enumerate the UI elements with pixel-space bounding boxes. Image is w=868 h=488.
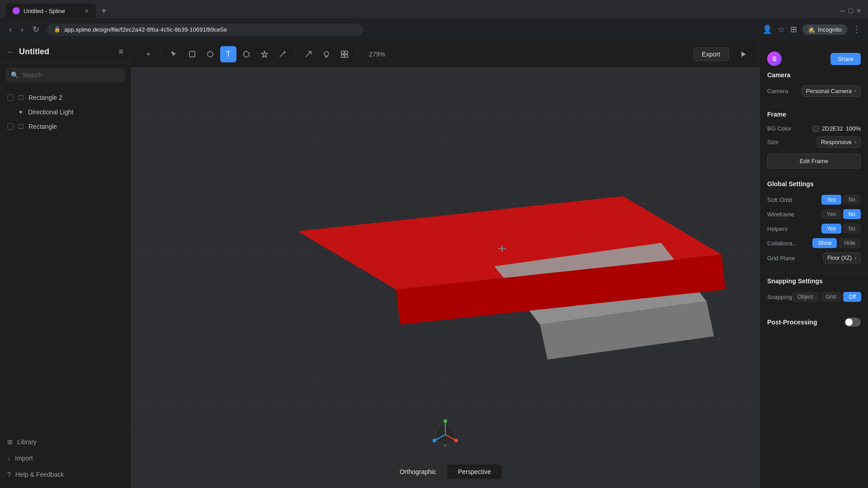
bg-color-hex: 2D2E32 bbox=[822, 125, 843, 132]
search-bar[interactable]: 🔍 bbox=[5, 68, 125, 82]
reload-button[interactable]: ↻ bbox=[31, 23, 41, 36]
perspective-view-button[interactable]: Perspective bbox=[447, 465, 502, 479]
play-button[interactable] bbox=[736, 47, 750, 61]
menu-icon[interactable]: ≡ bbox=[118, 47, 123, 56]
scene-item-rectangle[interactable]: ☐ Rectangle bbox=[0, 119, 131, 134]
svg-point-20 bbox=[443, 419, 447, 423]
wireframe-row: Wireframe Yes No bbox=[767, 207, 861, 221]
import-button[interactable]: ↓ Import bbox=[0, 450, 131, 466]
orthographic-view-button[interactable]: Orthographic bbox=[389, 465, 447, 479]
svg-point-2 bbox=[208, 52, 213, 57]
camera-dropdown[interactable]: Personal Camera ▾ bbox=[802, 85, 861, 97]
circle-tool-button[interactable] bbox=[202, 46, 218, 62]
bubble-tool-button[interactable] bbox=[318, 46, 335, 62]
search-icon: 🔍 bbox=[11, 71, 19, 79]
svg-line-5 bbox=[306, 52, 311, 57]
toolbar-divider-1 bbox=[161, 49, 161, 60]
wireframe-yes-button[interactable]: Yes bbox=[821, 209, 841, 219]
soft-orbit-yes-button[interactable]: Yes bbox=[821, 195, 841, 205]
wireframe-no-button[interactable]: No bbox=[843, 209, 861, 219]
item-checkbox-rectangle[interactable] bbox=[7, 123, 14, 130]
edit-frame-button[interactable]: Edit Frame bbox=[767, 154, 861, 169]
item-label-rectangle: Rectangle bbox=[28, 123, 57, 130]
incognito-button[interactable]: 🕵 Incognito bbox=[802, 24, 847, 35]
browser-nav: ‹ › ↻ 🔒 app.spline.design/file/f2ec2a42-… bbox=[0, 18, 868, 41]
zoom-level[interactable]: 279% bbox=[366, 51, 388, 58]
svg-marker-0 bbox=[171, 51, 176, 56]
search-input[interactable] bbox=[22, 71, 120, 79]
component-tool-button[interactable] bbox=[336, 46, 353, 62]
camera-section-header: Camera bbox=[767, 71, 861, 83]
right-panel: S Share Camera Camera Personal Camera ▾ … bbox=[760, 41, 868, 488]
library-icon: ⊞ bbox=[7, 438, 13, 446]
toolbar-divider-2 bbox=[295, 49, 296, 60]
maximize-button[interactable]: □ bbox=[849, 7, 853, 15]
svg-rect-7 bbox=[341, 51, 344, 54]
sidebar: ← Untitled ≡ 🔍 ☐ Rectangle 2 ✦ Direction… bbox=[0, 41, 131, 488]
export-button[interactable]: Export bbox=[693, 47, 729, 61]
more-options-icon[interactable]: ⋮ bbox=[853, 24, 861, 35]
helpers-toggle: Yes No bbox=[821, 224, 861, 234]
rect-tool-button[interactable] bbox=[184, 46, 200, 62]
close-window-button[interactable]: × bbox=[857, 7, 861, 15]
help-icon: ? bbox=[7, 471, 11, 478]
helpers-yes-button[interactable]: Yes bbox=[821, 224, 841, 234]
snapping-row: Snapping Object Grid Off bbox=[767, 290, 861, 304]
grid-plane-value: Floor (XZ) bbox=[827, 255, 852, 261]
text-tool-button[interactable]: T bbox=[220, 46, 236, 62]
back-arrow-icon[interactable]: ← bbox=[7, 48, 14, 56]
new-tab-button[interactable]: + bbox=[96, 6, 112, 16]
snapping-section: Snapping Settings Snapping Object Grid O… bbox=[760, 277, 868, 312]
camera-label: Camera bbox=[767, 88, 788, 94]
transform-tool-button[interactable] bbox=[166, 46, 182, 62]
profile-icon[interactable]: 👤 bbox=[762, 24, 772, 35]
main-area: + T bbox=[131, 41, 760, 488]
svg-marker-4 bbox=[261, 51, 268, 57]
bg-color-swatch[interactable] bbox=[813, 126, 819, 132]
address-bar[interactable]: 🔒 app.spline.design/file/f2ec2a42-8f6a-4… bbox=[47, 23, 363, 36]
import-icon: ↓ bbox=[7, 455, 10, 462]
pen-tool-button[interactable] bbox=[274, 46, 291, 62]
star-icon[interactable]: ☆ bbox=[778, 24, 785, 35]
minimize-button[interactable]: ─ bbox=[840, 7, 845, 15]
wireframe-toggle: Yes No bbox=[821, 209, 861, 219]
scene-item-rectangle2[interactable]: ☐ Rectangle 2 bbox=[0, 90, 131, 105]
url-display: app.spline.design/file/f2ec2a42-8f6a-4c5… bbox=[64, 26, 227, 33]
help-button[interactable]: ? Help & Feedback bbox=[0, 466, 131, 483]
snapping-grid-button[interactable]: Grid bbox=[821, 292, 842, 302]
active-tab[interactable]: Untitled - Spline × bbox=[5, 4, 96, 18]
grid-plane-dropdown[interactable]: Floor (XZ) ▾ bbox=[823, 253, 861, 263]
extensions-icon[interactable]: ⊞ bbox=[790, 24, 797, 35]
arrow-tool-button[interactable] bbox=[300, 46, 316, 62]
import-label: Import bbox=[15, 455, 33, 462]
bg-color-row: BG Color 2D2E32 100% bbox=[767, 123, 861, 134]
tab-close-button[interactable]: × bbox=[85, 7, 89, 14]
helpers-no-button[interactable]: No bbox=[843, 224, 861, 234]
poly-tool-button[interactable] bbox=[238, 46, 255, 62]
post-processing-title: Post-Processing bbox=[767, 319, 817, 326]
grid-plane-label: Grid Plane bbox=[767, 255, 795, 262]
collabora-show-button[interactable]: Show bbox=[812, 238, 837, 248]
forward-button[interactable]: › bbox=[19, 23, 25, 36]
view-toggle: Orthographic Perspective bbox=[389, 465, 502, 479]
sidebar-header: ← Untitled ≡ bbox=[0, 41, 131, 63]
size-dropdown[interactable]: Responsive ▾ bbox=[817, 136, 861, 148]
scene-item-directional-light[interactable]: ✦ Directional Light bbox=[0, 105, 131, 119]
user-avatar: S bbox=[767, 52, 782, 66]
item-checkbox-rectangle2[interactable] bbox=[7, 94, 14, 101]
share-button[interactable]: Share bbox=[830, 53, 861, 65]
size-row: Size Responsive ▾ bbox=[767, 134, 861, 150]
soft-orbit-no-button[interactable]: No bbox=[843, 195, 861, 205]
window-controls: ─ □ × bbox=[840, 7, 868, 15]
size-value: Responsive bbox=[821, 139, 852, 145]
grid-plane-row: Grid Plane Floor (XZ) ▾ bbox=[767, 250, 861, 266]
canvas-area[interactable]: Orthographic Perspective bbox=[131, 68, 760, 488]
snapping-off-button[interactable]: Off bbox=[843, 292, 861, 302]
post-processing-toggle[interactable] bbox=[844, 318, 861, 327]
library-button[interactable]: ⊞ Library bbox=[0, 434, 131, 450]
snapping-object-button[interactable]: Object bbox=[792, 292, 819, 302]
star-tool-button[interactable] bbox=[256, 46, 273, 62]
add-tool-button[interactable]: + bbox=[140, 46, 156, 62]
collabora-hide-button[interactable]: Hide bbox=[839, 238, 861, 248]
back-button[interactable]: ‹ bbox=[7, 23, 14, 36]
